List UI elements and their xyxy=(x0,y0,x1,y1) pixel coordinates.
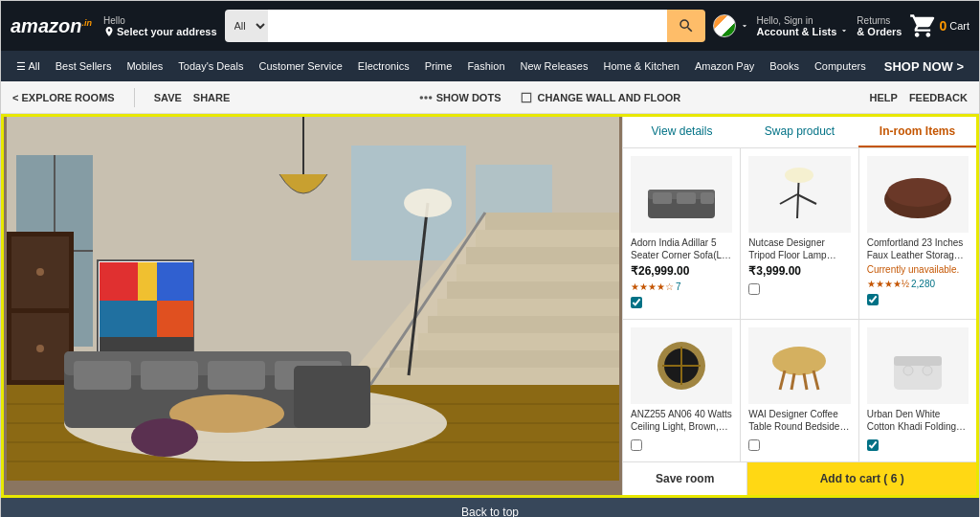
ceiling-image xyxy=(643,337,720,394)
returns-block[interactable]: Returns & Orders xyxy=(857,15,902,37)
flag-block[interactable] xyxy=(713,14,749,37)
shop-now-button[interactable]: SHOP NOW > xyxy=(877,59,971,74)
product-checkbox-pillow[interactable] xyxy=(867,439,879,451)
nav-item-prime[interactable]: Prime xyxy=(417,51,460,81)
ottoman-image xyxy=(880,166,956,223)
show-dots-icon xyxy=(419,91,433,104)
svg-rect-72 xyxy=(894,356,942,366)
product-reviews-ottoman: 2,280 xyxy=(911,279,935,289)
explore-rooms-button[interactable]: < EXPLORE ROOMS xyxy=(12,92,115,103)
svg-rect-45 xyxy=(294,366,370,428)
svg-line-67 xyxy=(780,371,785,390)
hamburger-menu[interactable]: ☰ All xyxy=(9,60,48,73)
search-input[interactable] xyxy=(268,10,667,42)
room-view[interactable] xyxy=(4,117,622,495)
search-button[interactable] xyxy=(667,10,705,42)
svg-line-57 xyxy=(780,194,797,204)
sofa-image xyxy=(643,166,720,223)
tab-in-room-items[interactable]: In-room Items xyxy=(858,117,976,147)
search-icon xyxy=(678,17,695,34)
product-img-ceiling xyxy=(631,327,732,404)
feedback-button[interactable]: FEEDBACK xyxy=(909,92,968,103)
nav-item-amazon-pay[interactable]: Amazon Pay xyxy=(687,51,762,81)
nav-item-electronics[interactable]: Electronics xyxy=(350,51,417,81)
product-card-lamp[interactable]: Nutcase Designer Tripod Floor Lamp Stand… xyxy=(741,148,858,319)
room-toolbar-right: HELP FEEDBACK xyxy=(870,92,968,103)
product-grid: Adorn India Adillar 5 Seater Corner Sofa… xyxy=(623,148,976,461)
svg-rect-35 xyxy=(157,262,193,301)
returns-label: Returns xyxy=(857,15,902,26)
product-card-table[interactable]: WAI Designer Coffee Table Round Bedside … xyxy=(741,320,858,461)
nav-item-customer-service[interactable]: Customer Service xyxy=(251,51,349,81)
outer-frame: amazon.in Hello Select your address All … xyxy=(0,0,980,517)
svg-rect-24 xyxy=(390,350,619,368)
product-checkbox-ottoman[interactable] xyxy=(867,294,879,305)
svg-rect-16 xyxy=(485,213,619,230)
nav-item-fashion[interactable]: Fashion xyxy=(459,51,512,81)
svg-rect-41 xyxy=(74,361,131,390)
product-checkbox-lamp[interactable] xyxy=(748,283,760,295)
add-to-cart-button[interactable]: Add to cart ( 6 ) xyxy=(747,462,976,495)
svg-rect-33 xyxy=(100,262,138,301)
svg-point-74 xyxy=(923,366,932,375)
hello-text: Hello xyxy=(103,15,217,26)
save-button[interactable]: SAVE xyxy=(154,92,182,103)
svg-point-73 xyxy=(903,366,913,375)
panel-tabs: View details Swap product In-room Items xyxy=(623,117,976,148)
room-toolbar: < EXPLORE ROOMS SAVE SHARE SHOW DOTS CHA… xyxy=(1,81,979,114)
account-block[interactable]: Hello, Sign in Account & Lists xyxy=(757,15,850,37)
nav-item-mobiles[interactable]: Mobiles xyxy=(119,51,170,81)
svg-rect-55 xyxy=(701,192,714,204)
nav-item-computers[interactable]: Computers xyxy=(807,51,874,81)
nav-bar: ☰ All Best Sellers Mobiles Today's Deals… xyxy=(1,51,979,81)
nav-item-todays-deals[interactable]: Today's Deals xyxy=(170,51,251,81)
tab-view-details[interactable]: View details xyxy=(623,117,741,147)
show-dots-button[interactable]: SHOW DOTS xyxy=(419,91,501,104)
svg-rect-36 xyxy=(100,301,157,337)
account-label: Account & Lists xyxy=(757,26,850,37)
product-panel: View details Swap product In-room Items xyxy=(622,117,976,495)
svg-point-59 xyxy=(785,168,813,183)
cart-block[interactable]: 0 Cart xyxy=(909,12,969,39)
product-card-sofa[interactable]: Adorn India Adillar 5 Seater Corner Sofa… xyxy=(623,148,740,319)
table-image xyxy=(761,337,837,394)
select-address[interactable]: Select your address xyxy=(103,26,217,37)
search-category-select[interactable]: All xyxy=(225,10,268,42)
svg-rect-54 xyxy=(677,192,696,204)
help-button[interactable]: HELP xyxy=(870,92,898,103)
back-to-top-bar[interactable]: Back to top xyxy=(1,498,979,517)
product-stars-sofa: ★★★★☆ xyxy=(631,281,674,292)
product-card-ottoman[interactable]: Comfortland 23 Inches Faux Leather Stora… xyxy=(859,148,976,319)
nav-item-home-kitchen[interactable]: Home & Kitchen xyxy=(595,51,686,81)
amazon-logo[interactable]: amazon.in xyxy=(11,15,92,37)
address-block[interactable]: Hello Select your address xyxy=(103,15,217,37)
product-card-ceiling[interactable]: ANZ255 AN06 40 Watts Ceiling Light, Brow… xyxy=(623,320,740,461)
svg-rect-42 xyxy=(141,361,198,390)
svg-point-61 xyxy=(887,178,948,207)
india-flag xyxy=(713,14,736,37)
search-bar: All xyxy=(225,10,705,42)
product-reviews-sofa: 7 xyxy=(676,281,681,292)
svg-rect-34 xyxy=(138,262,157,301)
change-wall-button[interactable]: CHANGE WALL AND FLOOR xyxy=(520,91,680,104)
svg-rect-25 xyxy=(370,368,619,385)
product-checkbox-sofa[interactable] xyxy=(631,297,642,308)
product-img-lamp xyxy=(748,156,850,233)
product-checkbox-table[interactable] xyxy=(748,439,760,451)
nav-item-books[interactable]: Books xyxy=(762,51,807,81)
tab-swap-product[interactable]: Swap product xyxy=(741,117,858,147)
svg-rect-19 xyxy=(457,264,619,281)
room-scene-svg xyxy=(4,117,622,481)
lamp-image xyxy=(761,166,837,223)
save-room-button[interactable]: Save room xyxy=(623,462,747,495)
nav-item-new-releases[interactable]: New Releases xyxy=(513,51,596,81)
returns-sub: & Orders xyxy=(857,26,902,37)
panel-footer: Save room Add to cart ( 6 ) xyxy=(623,461,976,495)
share-button[interactable]: SHARE xyxy=(193,92,231,103)
product-card-pillow[interactable]: Urban Den White Cotton Khadi Folding Laz… xyxy=(859,320,976,461)
cart-count: 0 xyxy=(939,18,947,34)
nav-item-bestsellers[interactable]: Best Sellers xyxy=(48,51,120,81)
product-checkbox-ceiling[interactable] xyxy=(631,439,642,451)
room-toolbar-left: < EXPLORE ROOMS SAVE SHARE xyxy=(12,88,230,107)
product-title-ottoman: Comfortland 23 Inches Faux Leather Stora… xyxy=(867,236,969,261)
